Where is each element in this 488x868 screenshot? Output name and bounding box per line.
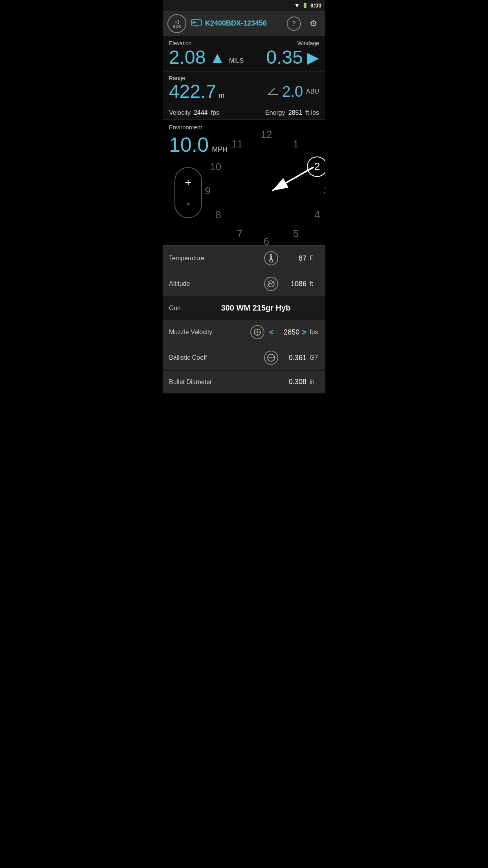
altitude-unit: ft [310, 280, 319, 287]
wind-dial: 12 1 2 3 4 5 6 7 8 9 10 11 [200, 124, 325, 246]
elevation-label: Elevation [169, 40, 192, 46]
temperature-row: Temperature 87 F [163, 246, 325, 271]
help-icon: ? [292, 20, 296, 27]
windage-label: Windage [297, 40, 319, 46]
battery-icon: 🔋 [302, 3, 308, 8]
wind-minus-button[interactable]: - [186, 198, 190, 209]
settings-button[interactable]: ⚙ [306, 17, 321, 31]
velocity-unit: fps [211, 109, 219, 116]
elevation-up-arrow: ▲ [209, 50, 225, 65]
energy-unit: ft-lbs [305, 109, 319, 116]
mv-right-arrow[interactable]: > [302, 328, 306, 337]
svg-line-6 [268, 88, 275, 95]
ballistic-coeff-label: Ballistic Coeff [169, 354, 259, 361]
temperature-icon [264, 251, 278, 265]
device-name: K2400BDX-123456 [205, 19, 287, 28]
altitude-row: Altitude 1086 ft [163, 271, 325, 297]
range-section: Range 422.7 m 2.0 ABU [163, 72, 325, 106]
status-bar: ▼ 🔋 8:00 [163, 0, 325, 11]
range-label: Range [169, 75, 319, 81]
elevation-value: 2.08 [169, 48, 205, 67]
gun-value: 300 WM 215gr Hyb [193, 303, 319, 313]
bullet-diameter-value: 0.308 [283, 378, 306, 386]
svg-point-14 [257, 332, 258, 333]
altitude-value: 1086 [283, 280, 306, 288]
bdx-label: BDX [172, 25, 181, 29]
muzzle-velocity-row: Muzzle Velocity < 2850 > fps [163, 320, 325, 345]
ballistic-coeff-icon [264, 351, 278, 365]
muzzle-velocity-icon [250, 325, 264, 339]
energy-label: Energy [265, 109, 285, 116]
header: ◁ BDX K2400BDX-123456 ? ⚙ [163, 11, 325, 36]
abu-value: 2.0 [282, 83, 303, 100]
mv-left-arrow[interactable]: < [269, 328, 274, 337]
environment-section: Environment 10.0 MPH + - 12 1 2 3 4 5 6 … [163, 120, 325, 246]
altitude-icon [264, 277, 278, 291]
angle-icon [267, 86, 279, 97]
svg-point-20 [269, 357, 270, 359]
muzzle-velocity-value: 2850 [276, 328, 299, 337]
muzzle-velocity-controls: < 2850 > [269, 328, 306, 337]
velocity-energy-section: Velocity 2444 fps Energy 2851 ft-lbs [163, 106, 325, 120]
header-icons: ? ⚙ [287, 17, 321, 31]
abu-label: ABU [306, 88, 319, 95]
svg-point-22 [273, 357, 274, 359]
ballistic-coeff-unit: G7 [310, 354, 319, 361]
bullet-diameter-row: Bullet Diameter 0.308 in [163, 371, 325, 394]
bullet-diameter-label: Bullet Diameter [169, 379, 226, 386]
wind-speed-control[interactable]: + - [174, 167, 202, 218]
help-button[interactable]: ? [287, 17, 301, 31]
temperature-unit: F [310, 255, 319, 262]
range-value: 422.7 [169, 82, 216, 101]
wind-plus-button[interactable]: + [185, 177, 191, 188]
wifi-icon: ▼ [294, 2, 300, 9]
altitude-label: Altitude [169, 280, 259, 287]
energy-value: 2851 [288, 109, 303, 116]
windage-right-arrow: ▶ [307, 50, 319, 65]
gun-row: Gun 300 WM 215gr Hyb [163, 297, 325, 320]
gun-label: Gun [169, 305, 193, 312]
ballistic-coeff-value: 0.361 [283, 354, 306, 362]
bullet-diameter-unit: in [310, 379, 319, 386]
windage-value: 0.35 [266, 48, 303, 67]
range-unit: m [218, 92, 224, 100]
temperature-value: 87 [283, 254, 306, 263]
ballistic-coeff-row: Ballistic Coeff 0.361 G7 [163, 345, 325, 371]
velocity-label: Velocity [169, 109, 191, 116]
svg-point-21 [271, 357, 272, 359]
back-button[interactable]: ◁ BDX [167, 14, 186, 33]
wind-arrow-svg [200, 124, 325, 246]
device-icon [191, 18, 202, 29]
svg-line-8 [272, 167, 314, 191]
status-time: 8:00 [310, 2, 321, 9]
velocity-value: 2444 [194, 109, 208, 116]
mils-label: MILS [229, 57, 244, 64]
muzzle-velocity-unit: fps [310, 329, 319, 336]
temperature-label: Temperature [169, 255, 259, 262]
elevation-windage-section: Elevation Windage 2.08 ▲ MILS 0.35 ▶ [163, 36, 325, 72]
muzzle-velocity-label: Muzzle Velocity [169, 329, 246, 336]
gear-icon: ⚙ [310, 18, 317, 29]
